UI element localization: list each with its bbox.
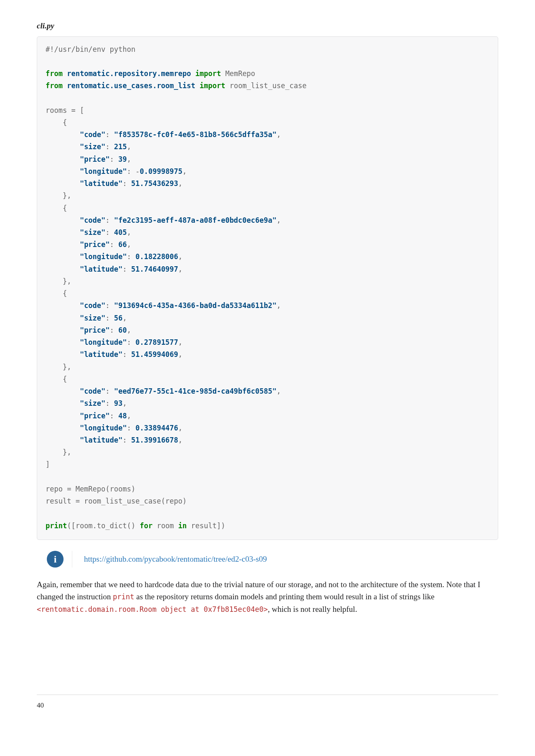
page-number: 40	[37, 701, 44, 709]
dict-key: "longitude"	[80, 338, 127, 346]
kw-import: import	[195, 69, 221, 78]
dict-key: "longitude"	[80, 252, 127, 261]
dict-val: 60	[118, 326, 127, 334]
import-target: MemRepo	[225, 69, 255, 78]
body-paragraph: Again, remember that we need to hardcode…	[37, 578, 498, 615]
kw-in: in	[178, 522, 186, 530]
minus: -	[135, 167, 140, 176]
module-name: rentomatic.repository.memrepo	[67, 69, 191, 78]
dict-key: "latitude"	[80, 179, 122, 188]
dict-val: 0.27891577	[135, 338, 178, 346]
dict-key: "code"	[80, 301, 105, 310]
brace: },	[46, 277, 71, 285]
dict-val: 48	[118, 412, 127, 420]
dict-key: "code"	[80, 130, 105, 139]
repo-link[interactable]: https://github.com/pycabook/rentomatic/t…	[84, 553, 267, 565]
repo-line: repo = MemRepo(rooms)	[46, 485, 135, 493]
info-callout: i https://github.com/pycabook/rentomatic…	[47, 551, 498, 568]
code-caption: cli.py	[37, 20, 498, 32]
kw-from: from	[46, 81, 63, 90]
dict-key: "longitude"	[80, 424, 127, 432]
dict-key: "latitude"	[80, 436, 122, 444]
kw-from: from	[46, 69, 63, 78]
kw-print: print	[46, 522, 67, 530]
dict-val: "913694c6-435a-4366-ba0d-da5334a611b2"	[114, 301, 277, 310]
brace: {	[46, 375, 67, 383]
dict-key: "longitude"	[80, 167, 127, 176]
dict-val: 51.45994069	[131, 350, 178, 359]
page-footer: 40	[37, 695, 498, 711]
dict-val: 66	[118, 240, 127, 249]
dict-val: 51.75436293	[131, 179, 178, 188]
dict-val: "fe2c3195-aeff-487a-a08f-e0bdc0ec6e9a"	[114, 216, 277, 224]
kw-for: for	[140, 522, 153, 530]
brace: },	[46, 448, 71, 456]
dict-val: 405	[114, 228, 127, 237]
print-arg: ([room.to_dict()	[67, 522, 140, 530]
brace: {	[46, 118, 67, 127]
inline-code: <rentomatic.domain.room.Room object at 0…	[37, 605, 268, 613]
dict-val: "f853578c-fc0f-4e65-81b8-566c5dffa35a"	[114, 130, 277, 139]
print-arg: result])	[187, 522, 225, 530]
dict-val: 51.39916678	[131, 436, 178, 444]
dict-val: "eed76e77-55c1-41ce-985d-ca49bf6c0585"	[114, 387, 277, 395]
dict-val: 93	[114, 399, 122, 407]
brace: {	[46, 289, 67, 298]
result-line: result = room_list_use_case(repo)	[46, 497, 187, 505]
rooms-assign: rooms = [	[46, 106, 84, 115]
dict-key: "price"	[80, 326, 110, 334]
dict-key: "price"	[80, 412, 110, 420]
inline-code: print	[113, 593, 134, 601]
dict-val: 215	[114, 143, 127, 151]
dict-val: 56	[114, 314, 122, 322]
para-text: , which is not really helpful.	[268, 605, 357, 613]
brace: },	[46, 191, 71, 200]
para-text: as the repository returns domain models …	[134, 592, 434, 601]
dict-key: "size"	[80, 314, 105, 322]
dict-key: "latitude"	[80, 350, 122, 359]
dict-key: "price"	[80, 155, 110, 163]
dict-val: 0.33894476	[135, 424, 178, 432]
code-block: #!/usr/bin/env python from rentomatic.re…	[37, 36, 498, 540]
dict-key: "size"	[80, 399, 105, 407]
kw-import: import	[200, 81, 225, 90]
dict-key: "price"	[80, 240, 110, 249]
dict-val: 39	[118, 155, 127, 163]
dict-key: "code"	[80, 216, 105, 224]
dict-key: "latitude"	[80, 265, 122, 273]
module-name: rentomatic.use_cases.room_list	[67, 81, 195, 90]
print-arg: room	[153, 522, 178, 530]
list-close: ]	[46, 460, 50, 468]
shebang-line: #!/usr/bin/env python	[46, 45, 135, 53]
dict-key: "size"	[80, 143, 105, 151]
dict-val: 0.09998975	[140, 167, 182, 176]
dict-val: 51.74640997	[131, 265, 178, 273]
brace: {	[46, 204, 67, 212]
info-icon: i	[47, 551, 64, 568]
dict-key: "size"	[80, 228, 105, 237]
brace: },	[46, 363, 71, 371]
dict-val: 0.18228006	[135, 252, 178, 261]
dict-key: "code"	[80, 387, 105, 395]
import-target: room_list_use_case	[229, 81, 306, 90]
